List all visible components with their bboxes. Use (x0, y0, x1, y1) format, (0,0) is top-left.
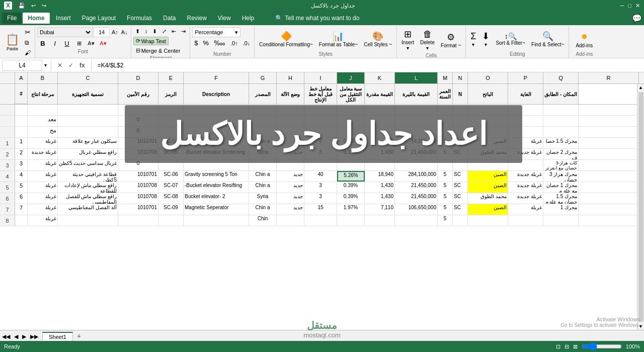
fill-button[interactable]: ⬇ ▾ (479, 29, 492, 49)
decimal-increase-button[interactable]: .0↑ (228, 39, 240, 47)
menu-data[interactable]: Data (158, 13, 181, 24)
conditional-formatting-button[interactable]: 🔶 Conditional Formatting~ (257, 29, 315, 49)
indent-increase-button[interactable]: ⇥ (179, 27, 188, 36)
page-break-btn[interactable]: ⊠ (573, 343, 578, 350)
share-icon[interactable]: 💬 (632, 14, 642, 23)
scroll-thumb[interactable] (638, 92, 643, 322)
format-dropdown-button[interactable]: ⚙ Format ~ (438, 30, 463, 50)
table-row: 6 6 غربلة رافع سطلي ماش للفصل المفاطيسي … (0, 193, 644, 204)
add-sheet-button[interactable]: + (73, 331, 85, 341)
cut-button[interactable]: ✂ (23, 27, 33, 37)
table-row: 4 4 غربلة قطاعة غرافيتي حديثة 5كطن 10107… (0, 171, 644, 182)
insert-function-icon[interactable]: fx (77, 61, 87, 70)
col-header-R[interactable]: R (579, 72, 639, 83)
col-header-O[interactable]: O (468, 72, 508, 83)
maximize-btn[interactable]: □ (628, 3, 631, 9)
decimal-decrease-button[interactable]: .0↓ (241, 39, 253, 47)
zoom-slider[interactable] (582, 343, 622, 349)
sheet-tab-nav-left[interactable]: ◀◀ (0, 332, 12, 341)
border-button[interactable]: ⊞ (73, 38, 85, 48)
col-header-B[interactable]: B (28, 72, 58, 83)
sheet-tab-1[interactable]: Sheet1 (42, 332, 73, 341)
page-layout-btn[interactable]: ⊟ (565, 343, 569, 350)
merge-center-button[interactable]: ⊟Merge & Center (133, 46, 183, 55)
quick-redo[interactable]: ↪ (42, 3, 46, 9)
align-top-button[interactable]: ⬆ (133, 27, 142, 36)
sort-filter-button[interactable]: ↕🔍 Sort & Filter~ (493, 31, 528, 47)
overlay-text: اعداد جداول جرد بالاكسل (160, 116, 487, 152)
menu-file[interactable]: File (2, 13, 22, 24)
addins-button[interactable]: ● Add-ins (573, 28, 595, 50)
col-header-D[interactable]: D (118, 72, 158, 83)
table-row: 7 7 غربلة آلة الفصل المغناطيسي 1010701 S… (0, 204, 644, 215)
menu-help[interactable]: Help (237, 13, 260, 24)
menu-insert[interactable]: Insert (51, 13, 76, 24)
font-name-select[interactable]: Dubai (37, 27, 93, 37)
font-color-button[interactable]: A▾ (98, 38, 109, 48)
addins-label: Add-ins (571, 51, 597, 57)
insert-button[interactable]: ⊞ Insert▾ (399, 27, 417, 52)
menu-page-layout[interactable]: Page Layout (77, 13, 121, 24)
col-header-I[interactable]: I (304, 72, 337, 83)
align-middle-button[interactable]: ↕ (143, 27, 150, 36)
underline-button[interactable]: U (61, 38, 72, 48)
name-box[interactable] (2, 60, 42, 71)
col-header-P[interactable]: P (508, 72, 543, 83)
col-header-H[interactable]: H (277, 72, 304, 83)
currency-button[interactable]: $ (192, 38, 200, 48)
cancel-formula-icon[interactable]: ✕ (55, 61, 64, 70)
wrap-text-button[interactable]: ⟳Wrap Text (133, 37, 169, 45)
orientation-button[interactable]: ⤢ (160, 27, 169, 36)
font-size-input[interactable] (94, 27, 110, 37)
col-header-N[interactable]: N (453, 72, 468, 83)
fill-color-button[interactable]: A▾ (86, 38, 97, 48)
scroll-down-button[interactable]: ▼ (637, 323, 644, 330)
close-btn[interactable]: ✕ (635, 3, 640, 9)
col-header-E[interactable]: E (158, 72, 184, 83)
find-select-button[interactable]: 🔍 Find & Select~ (529, 29, 567, 49)
scroll-up-button[interactable]: ▲ (637, 84, 644, 91)
menu-formulas[interactable]: Formulas (122, 13, 157, 24)
confirm-formula-icon[interactable]: ✓ (66, 61, 75, 70)
autosum-button[interactable]: Σ ▾ (468, 30, 478, 49)
cell-styles-button[interactable]: 🎨 Cell Styles ~ (361, 29, 394, 49)
col-header-C[interactable]: C (58, 72, 118, 83)
header-cell-O: الباتح (468, 84, 508, 104)
formula-input[interactable] (96, 60, 642, 71)
col-header-K[interactable]: K (365, 72, 395, 83)
bold-button[interactable]: B (37, 38, 48, 48)
menu-home[interactable]: Home (23, 13, 49, 24)
copy-button[interactable]: ⧉ (23, 38, 33, 47)
header-cell-E: الرمز (158, 84, 184, 104)
col-header-Q[interactable]: Q (543, 72, 579, 83)
percent-button[interactable]: % (201, 38, 211, 48)
sheet-tab-nav-next[interactable]: ▶ (20, 332, 28, 341)
delete-button[interactable]: 🗑 Delete▾ (418, 28, 437, 52)
format-as-table-button[interactable]: 📊 Format as Table~ (316, 29, 360, 49)
number-format-select[interactable]: Percentage▾ (192, 27, 240, 37)
align-bottom-button[interactable]: ⬇ (150, 27, 159, 36)
normal-view-btn[interactable]: ⊡ (556, 343, 560, 350)
sheet-tab-nav-right[interactable]: ▶▶ (28, 332, 40, 341)
quick-undo[interactable]: ↩ (31, 3, 36, 9)
col-header-J[interactable]: J (337, 72, 365, 83)
paste-button[interactable]: 📋 Paste (3, 32, 22, 53)
col-header-G[interactable]: G (249, 72, 277, 83)
format-painter-button[interactable]: 🖌 (23, 48, 33, 57)
minimize-btn[interactable]: ─ (620, 3, 624, 9)
quick-save[interactable]: 💾 (18, 3, 25, 9)
tell-me[interactable]: 🔍Tell me what you want to do (270, 13, 364, 24)
name-box-dropdown[interactable]: ▾ (44, 62, 47, 68)
font-shrink-button[interactable]: A↓ (120, 29, 129, 36)
col-header-L[interactable]: L (395, 72, 438, 83)
col-header-F[interactable]: F (184, 72, 249, 83)
italic-button[interactable]: I (49, 38, 60, 48)
menu-review[interactable]: Review (182, 13, 211, 24)
menu-view[interactable]: View (213, 13, 236, 24)
sheet-tab-nav-prev[interactable]: ◀ (12, 332, 20, 341)
col-header-M[interactable]: M (438, 72, 453, 83)
indent-decrease-button[interactable]: ⇤ (170, 27, 178, 36)
comma-button[interactable]: ‱ (212, 38, 227, 48)
font-grow-button[interactable]: A↑ (111, 29, 119, 36)
col-header-A[interactable]: A (15, 72, 28, 83)
